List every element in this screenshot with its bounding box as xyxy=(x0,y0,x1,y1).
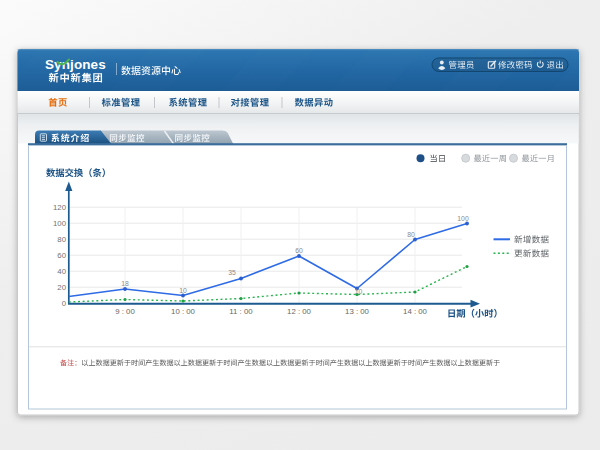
svg-text:60: 60 xyxy=(57,251,66,260)
svg-text:20: 20 xyxy=(57,283,66,292)
svg-text:11 : 00: 11 : 00 xyxy=(229,307,253,316)
svg-text:10: 10 xyxy=(179,287,187,294)
svg-text:35: 35 xyxy=(228,269,236,276)
svg-text:10 : 00: 10 : 00 xyxy=(171,307,196,316)
svg-text:120: 120 xyxy=(53,203,67,212)
svg-text:100: 100 xyxy=(53,219,67,228)
svg-text:13 : 00: 13 : 00 xyxy=(345,307,370,316)
svg-text:Synjones: Synjones xyxy=(45,57,106,72)
svg-text:80: 80 xyxy=(57,235,66,244)
svg-text:10: 10 xyxy=(355,288,363,295)
svg-text:80: 80 xyxy=(407,231,415,238)
svg-text:0: 0 xyxy=(62,299,67,308)
svg-text:14 : 00: 14 : 00 xyxy=(403,307,428,316)
svg-text:40: 40 xyxy=(57,267,66,276)
svg-text:100: 100 xyxy=(457,215,469,222)
svg-text:9 : 00: 9 : 00 xyxy=(115,307,135,316)
svg-text:18: 18 xyxy=(121,280,129,287)
svg-text:60: 60 xyxy=(295,247,303,254)
svg-text:12 : 00: 12 : 00 xyxy=(287,307,312,316)
